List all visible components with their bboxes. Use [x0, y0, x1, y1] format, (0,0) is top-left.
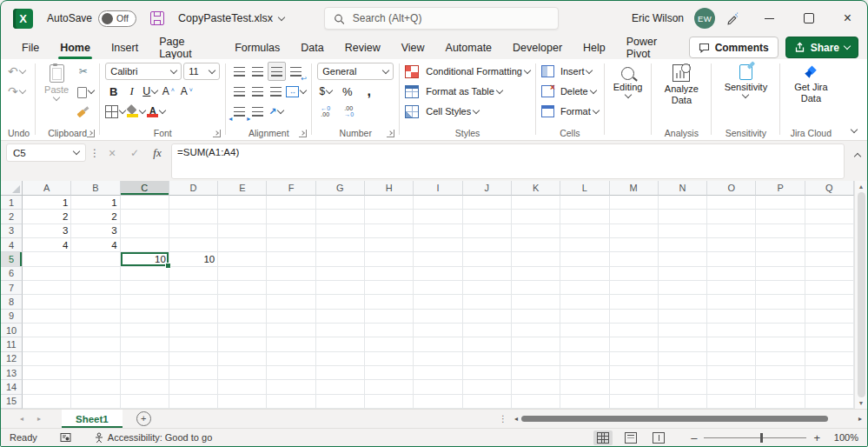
pen-sparkle-icon[interactable]: [715, 1, 750, 36]
cell-m7[interactable]: [610, 281, 659, 295]
cell-j1[interactable]: [463, 196, 512, 210]
cell-b15[interactable]: [71, 395, 120, 409]
cell-m13[interactable]: [610, 366, 659, 380]
cell-g15[interactable]: [316, 395, 365, 409]
cell-d7[interactable]: [169, 281, 218, 295]
next-sheet-icon[interactable]: ▸: [30, 415, 48, 423]
cell-j4[interactable]: [463, 238, 512, 252]
cell-i11[interactable]: [414, 337, 462, 351]
cell-e10[interactable]: [218, 324, 267, 337]
cell-l10[interactable]: [560, 324, 609, 337]
column-header-p[interactable]: P: [756, 181, 805, 196]
copy-button[interactable]: [75, 83, 94, 100]
cell-l4[interactable]: [560, 238, 609, 252]
cell-h6[interactable]: [365, 267, 414, 281]
cell-a12[interactable]: [23, 352, 71, 366]
cancel-button[interactable]: ×: [103, 143, 121, 162]
cell-p5[interactable]: [756, 252, 805, 266]
cell-d14[interactable]: [169, 380, 218, 394]
horizontal-scroll-thumb[interactable]: [521, 416, 828, 422]
cell-d5[interactable]: 10: [169, 252, 218, 266]
cell-e13[interactable]: [218, 366, 267, 380]
cell-l6[interactable]: [560, 267, 609, 281]
cell-p15[interactable]: [756, 395, 805, 409]
cell-l8[interactable]: [560, 295, 609, 309]
close-button[interactable]: ×: [828, 1, 867, 36]
cell-i8[interactable]: [414, 295, 462, 309]
orientation-button[interactable]: ↗: [268, 103, 284, 120]
cell-f11[interactable]: [267, 337, 315, 351]
cell-g13[interactable]: [316, 366, 365, 380]
cell-a15[interactable]: [23, 395, 71, 409]
cell-n14[interactable]: [659, 380, 707, 394]
tab-power-pivot[interactable]: Power Pivot: [616, 36, 689, 59]
accessibility-status[interactable]: Accessibility: Good to go: [108, 432, 212, 443]
cell-b7[interactable]: [71, 281, 120, 295]
cell-k12[interactable]: [512, 352, 560, 366]
align-left-button[interactable]: [231, 83, 248, 100]
cell-h15[interactable]: [365, 395, 414, 409]
cell-m2[interactable]: [610, 210, 659, 224]
cell-n11[interactable]: [659, 337, 707, 351]
cell-q6[interactable]: [805, 267, 854, 281]
cell-n6[interactable]: [659, 267, 707, 281]
delete-cells-button[interactable]: Delete: [541, 82, 599, 101]
conditional-formatting-button[interactable]: Conditional Formatting: [405, 62, 530, 81]
cell-p3[interactable]: [756, 224, 805, 238]
column-header-l[interactable]: L: [560, 181, 609, 196]
sheetbar-splitter-icon[interactable]: ⋮: [499, 414, 507, 424]
align-center-button[interactable]: [249, 83, 266, 100]
cell-j12[interactable]: [463, 352, 512, 366]
cell-h7[interactable]: [365, 281, 414, 295]
cell-q13[interactable]: [805, 366, 854, 380]
cell-n3[interactable]: [659, 224, 707, 238]
cell-n8[interactable]: [659, 295, 707, 309]
cell-a10[interactable]: [23, 324, 71, 337]
cell-i6[interactable]: [414, 267, 462, 281]
cell-e1[interactable]: [218, 196, 267, 210]
cell-n7[interactable]: [659, 281, 707, 295]
horizontal-scrollbar[interactable]: ◂ ▸: [514, 415, 862, 423]
cell-g1[interactable]: [316, 196, 365, 210]
cell-o13[interactable]: [707, 366, 756, 380]
prev-sheet-icon[interactable]: ◂: [13, 415, 30, 423]
scroll-left-icon[interactable]: ◂: [514, 415, 518, 423]
cell-a6[interactable]: [23, 267, 71, 281]
cell-f3[interactable]: [267, 224, 315, 238]
scroll-right-icon[interactable]: ▸: [858, 415, 862, 423]
cell-f13[interactable]: [267, 366, 315, 380]
cell-c3[interactable]: [121, 224, 169, 238]
cell-d9[interactable]: [169, 310, 218, 324]
row-header-10[interactable]: 10: [1, 324, 23, 337]
cell-e2[interactable]: [218, 210, 267, 224]
middle-align-button[interactable]: [249, 63, 266, 80]
cell-o10[interactable]: [707, 324, 756, 337]
cell-i7[interactable]: [414, 281, 462, 295]
cell-m9[interactable]: [610, 310, 659, 324]
cell-d8[interactable]: [169, 295, 218, 309]
cell-f2[interactable]: [267, 210, 315, 224]
cell-g8[interactable]: [316, 295, 365, 309]
cell-g4[interactable]: [316, 238, 365, 252]
align-right-button[interactable]: [268, 83, 284, 100]
cell-g2[interactable]: [316, 210, 365, 224]
cell-h11[interactable]: [365, 337, 414, 351]
cell-k7[interactable]: [512, 281, 560, 295]
redo-button[interactable]: ↷: [8, 83, 25, 100]
row-header-7[interactable]: 7: [1, 281, 23, 295]
cell-d3[interactable]: [169, 224, 218, 238]
name-box[interactable]: C5: [6, 143, 86, 162]
cell-b10[interactable]: [71, 324, 120, 337]
row-header-6[interactable]: 6: [1, 267, 23, 281]
tab-insert[interactable]: Insert: [101, 36, 149, 59]
cell-o11[interactable]: [707, 337, 756, 351]
cell-i15[interactable]: [414, 395, 462, 409]
scroll-up-icon[interactable]: ▲: [858, 183, 865, 190]
horizontal-scroll-track[interactable]: [521, 416, 855, 423]
cell-c2[interactable]: [121, 210, 169, 224]
cell-q12[interactable]: [805, 352, 854, 366]
cell-q5[interactable]: [805, 252, 854, 266]
column-header-f[interactable]: F: [267, 181, 315, 196]
insert-function-button[interactable]: fx: [149, 143, 166, 162]
cell-a7[interactable]: [23, 281, 71, 295]
